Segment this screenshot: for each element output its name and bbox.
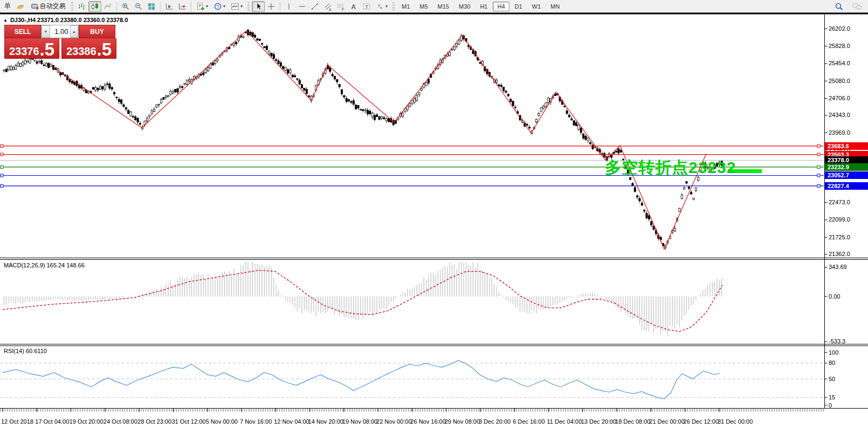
caret-down-icon: ▼ xyxy=(44,30,47,33)
candles-chart-icon xyxy=(91,2,99,11)
fibonacci-button[interactable]: F xyxy=(334,1,347,12)
new-order-button[interactable]: 单 xyxy=(1,1,14,12)
lot-size-input[interactable] xyxy=(50,25,70,38)
periods-button[interactable]: ▾ xyxy=(211,1,228,12)
zoom-out-icon xyxy=(134,2,143,11)
candles-chart-button[interactable] xyxy=(88,1,101,12)
timeframe-group: M1M5M15M30H1H4D1W1MN xyxy=(397,2,564,11)
trendline-icon xyxy=(311,2,319,11)
line-chart-icon xyxy=(104,2,112,11)
chart-canvas[interactable] xyxy=(0,0,868,428)
text-button[interactable]: A xyxy=(347,1,360,12)
vertical-line-icon xyxy=(285,2,293,11)
autoscroll-icon xyxy=(165,2,174,11)
time-axis-label: 19 Nov 08:00 xyxy=(342,418,377,425)
toolbar-grip xyxy=(392,2,395,11)
time-axis-label: 31 Dec 00:00 xyxy=(718,418,753,425)
time-axis-label: 7 Nov 16:00 xyxy=(240,418,272,425)
crosshair-icon xyxy=(267,2,275,11)
lot-decrease-button[interactable]: ▼ xyxy=(42,25,50,38)
chart-shift-button[interactable] xyxy=(176,1,189,12)
bars-chart-button[interactable] xyxy=(75,1,88,12)
line-chart-button[interactable] xyxy=(101,1,114,12)
toolbar-right xyxy=(832,1,868,12)
time-axis-label: 26 Dec 12:00 xyxy=(684,418,719,425)
chat-button[interactable] xyxy=(851,1,864,12)
indicators-icon xyxy=(196,2,205,11)
timeframe-button-m1[interactable]: M1 xyxy=(397,2,414,11)
dropdown-caret-icon: ▾ xyxy=(223,4,225,9)
svg-text:E: E xyxy=(329,8,332,11)
dropdown-caret-icon: ▾ xyxy=(240,4,243,9)
caret-up-icon: ▲ xyxy=(72,30,76,33)
time-axis-label: 5 Nov 00:00 xyxy=(206,418,238,425)
time-axis-label: 17 Oct 04:00 xyxy=(35,418,69,425)
tile-windows-button[interactable] xyxy=(145,1,158,12)
timeframe-button-w1[interactable]: W1 xyxy=(528,2,546,11)
timeframe-button-mn[interactable]: MN xyxy=(546,2,564,11)
time-axis-label: 22 Nov 00:00 xyxy=(376,418,411,425)
time-axis-label: 31 Oct 12:00 xyxy=(171,418,205,425)
text-label-button[interactable]: T xyxy=(360,1,373,12)
symbol-title: ▲ DJ30-,H4 23371.0 23380.0 23360.0 23378… xyxy=(3,17,128,23)
timeframe-button-d1[interactable]: D1 xyxy=(511,2,527,11)
sell-label: SELL xyxy=(15,28,31,36)
collapse-triangle-icon[interactable]: ▲ xyxy=(3,18,8,23)
vertical-line-button[interactable] xyxy=(283,1,295,12)
gold-bar-button[interactable] xyxy=(14,1,27,12)
autotrading-label: 自动交易 xyxy=(40,2,66,11)
time-axis-label: 29 Nov 08:00 xyxy=(445,418,480,425)
arrows-button[interactable]: ▾ xyxy=(373,1,390,12)
dropdown-caret-icon: ▾ xyxy=(206,4,208,9)
timeframe-button-m5[interactable]: M5 xyxy=(415,2,432,11)
zigzag-overlay xyxy=(51,31,706,249)
fibonacci-icon: F xyxy=(336,2,345,11)
horizontal-line-button[interactable] xyxy=(295,1,308,12)
toolbar: 单 自动交易 ▾ ▾ ▾ E F A T ▾ M1M5M1 xyxy=(0,0,868,12)
timeframe-button-m15[interactable]: M15 xyxy=(433,2,453,11)
indicators-button[interactable]: ▾ xyxy=(194,1,211,12)
autotrading-robot-icon xyxy=(31,2,40,11)
toolbar-grip xyxy=(247,2,250,11)
window-border xyxy=(0,12,868,15)
periods-icon xyxy=(213,2,222,11)
one-click-trade-panel: SELL ▼ ▲ BUY 23376.5 23386.5 xyxy=(4,25,116,59)
trendline-button[interactable] xyxy=(308,1,321,12)
buy-price-int: 23386 xyxy=(66,46,97,57)
time-axis-label: 18 Dec 08:00 xyxy=(615,418,650,425)
text-icon: A xyxy=(349,2,358,11)
time-axis-label: 28 Oct 23:00 xyxy=(137,418,171,425)
zoom-out-button[interactable] xyxy=(132,1,145,12)
dropdown-caret-icon: ▾ xyxy=(385,4,388,9)
toolbar-separator xyxy=(280,2,280,11)
channel-button[interactable]: E xyxy=(321,1,334,12)
cursor-button[interactable] xyxy=(252,1,265,12)
toolbar-separator xyxy=(116,2,117,11)
lot-increase-button[interactable]: ▲ xyxy=(70,25,79,38)
time-axis-label: 21 Dec 00:00 xyxy=(649,418,684,425)
zoom-in-button[interactable] xyxy=(119,1,132,12)
crosshair-button[interactable] xyxy=(265,1,278,12)
chat-icon xyxy=(852,2,863,11)
symbol-ohlc-text: DJ30-,H4 23371.0 23380.0 23360.0 23378.0 xyxy=(10,17,128,23)
templates-button[interactable]: ▾ xyxy=(228,1,245,12)
time-axis-label: 12 Nov 04:00 xyxy=(274,418,309,425)
buy-button[interactable]: BUY xyxy=(79,25,115,38)
tile-windows-icon xyxy=(147,2,156,11)
cursor-icon xyxy=(254,2,263,11)
timeframe-button-h4[interactable]: H4 xyxy=(493,2,509,11)
timeframe-button-m30[interactable]: M30 xyxy=(454,2,474,11)
timeframe-button-h1[interactable]: H1 xyxy=(476,2,492,11)
time-axis-label: 19 Oct 20:00 xyxy=(70,418,104,425)
time-axis[interactable]: 12 Oct 201817 Oct 04:0019 Oct 20:0024 Oc… xyxy=(0,418,830,427)
sell-button[interactable]: SELL xyxy=(4,25,41,38)
autotrading-button[interactable]: 自动交易 xyxy=(27,1,69,12)
buy-price-button[interactable]: 23386.5 xyxy=(61,38,116,59)
sell-price-button[interactable]: 23376.5 xyxy=(4,38,59,59)
autoscroll-button[interactable] xyxy=(163,1,176,12)
text-label-icon: T xyxy=(362,2,371,11)
toolbar-separator xyxy=(191,2,191,11)
search-button[interactable] xyxy=(832,1,845,12)
time-axis-label: 26 Nov 16:00 xyxy=(410,418,445,425)
buy-price-frac: .5 xyxy=(97,43,112,57)
